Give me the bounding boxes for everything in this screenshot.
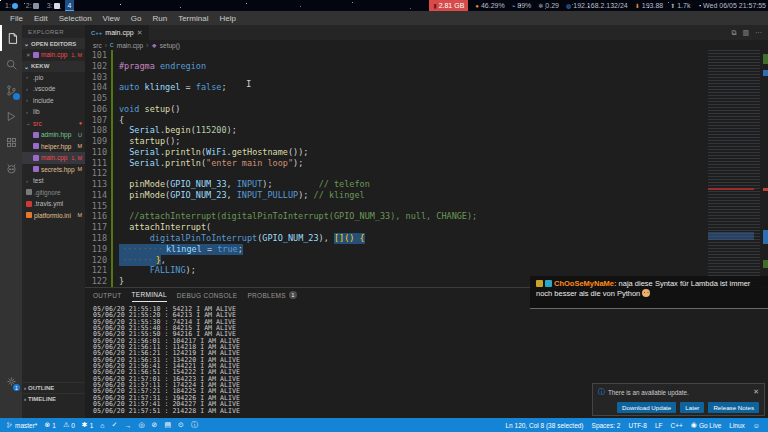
code-line[interactable]: 101 bbox=[85, 50, 768, 61]
code-line[interactable]: 111 Serial.println("enter main loop"); bbox=[85, 158, 768, 169]
status--[interactable]: ⌂ bbox=[100, 422, 104, 429]
workspace-switcher[interactable]: 1:2:3:4 bbox=[0, 0, 74, 11]
breadcrumb[interactable]: src › C main.cpp › ❖ setup() bbox=[85, 40, 768, 50]
code-line[interactable]: 121 FALLING); bbox=[85, 265, 768, 276]
panel-tab-problems[interactable]: PROBLEMS1 bbox=[247, 288, 297, 302]
tree-item--travis-yml[interactable]: .travis.yml bbox=[22, 198, 85, 210]
section-outline[interactable]: ›OUTLINE bbox=[22, 382, 85, 393]
status-spaces-2[interactable]: Spaces: 2 bbox=[592, 422, 621, 429]
code-line[interactable]: 108 Serial.begin(115200); bbox=[85, 125, 768, 136]
code-line[interactable]: 107{ bbox=[85, 115, 768, 126]
workspace-item[interactable]: 1: bbox=[2, 0, 21, 11]
tree-item-src[interactable]: ⌄src● bbox=[22, 118, 85, 130]
close-icon[interactable]: ✕ bbox=[26, 52, 31, 58]
breadcrumb-symbol[interactable]: setup() bbox=[160, 42, 180, 49]
tree-item-platformio-ini[interactable]: platformio.iniM bbox=[22, 210, 85, 222]
menu-item-file[interactable]: File bbox=[5, 14, 28, 23]
status-ln-120-col-8-38-selected-[interactable]: Ln 120, Col 8 (38 selected) bbox=[505, 422, 583, 429]
workspace-item[interactable]: 3: bbox=[44, 0, 63, 11]
menu-item-help[interactable]: Help bbox=[214, 14, 240, 23]
tree-item-main-cpp[interactable]: main.cpp1, M bbox=[22, 152, 85, 164]
status-linux[interactable]: Linux bbox=[729, 422, 745, 429]
code-line[interactable]: 117 attachInterrupt( bbox=[85, 222, 768, 233]
platformio-icon[interactable] bbox=[0, 155, 22, 181]
status--[interactable]: ▤ bbox=[164, 421, 171, 429]
source-control-icon[interactable] bbox=[0, 77, 22, 103]
status--[interactable]: ◎ bbox=[138, 421, 144, 429]
panel-tab-debug-console[interactable]: DEBUG CONSOLE bbox=[177, 288, 238, 302]
status-1[interactable]: ⊗1 bbox=[44, 421, 56, 429]
tree-item--pio[interactable]: ›.pio bbox=[22, 72, 85, 84]
status--[interactable]: ✓ bbox=[112, 421, 118, 429]
status-master-[interactable]: master* bbox=[6, 421, 37, 429]
extensions-icon[interactable] bbox=[0, 129, 22, 155]
open-editors-header[interactable]: ⌄OPEN EDITORS bbox=[22, 38, 85, 49]
tree-item-secrets-hpp[interactable]: secrets.hppM bbox=[22, 164, 85, 176]
menu-item-view[interactable]: View bbox=[98, 14, 125, 23]
menu-item-edit[interactable]: Edit bbox=[29, 14, 53, 23]
tree-item-helper-hpp[interactable]: helper.hppM bbox=[22, 141, 85, 153]
code-line[interactable]: 105 bbox=[85, 93, 768, 104]
tree-item-test[interactable]: ›test bbox=[22, 175, 85, 187]
status-utf-8[interactable]: UTF-8 bbox=[628, 422, 646, 429]
workspace-item[interactable]: 4 bbox=[65, 0, 75, 11]
search-icon[interactable] bbox=[0, 51, 22, 77]
status--[interactable]: ⓘ bbox=[191, 420, 198, 430]
menu-item-selection[interactable]: Selection bbox=[54, 14, 97, 23]
status--[interactable]: ⊘ bbox=[152, 421, 158, 429]
status-icon: ▤ bbox=[164, 421, 171, 429]
status-0[interactable]: ⚠0 bbox=[63, 421, 75, 429]
code-line[interactable]: 115 bbox=[85, 201, 768, 212]
explorer-icon[interactable] bbox=[0, 25, 22, 51]
code-line[interactable]: 102#pragma endregion bbox=[85, 61, 768, 72]
later-button[interactable]: Later bbox=[680, 402, 704, 413]
tab-close-icon[interactable]: ✕ bbox=[137, 29, 143, 37]
tree-item-admin-hpp[interactable]: admin.hppU bbox=[22, 129, 85, 141]
more-actions-icon[interactable]: ··· bbox=[755, 29, 762, 37]
tab-main-cpp[interactable]: C++ main.cpp ✕ bbox=[85, 25, 149, 40]
status--[interactable]: ⊙ bbox=[178, 421, 184, 429]
code-line[interactable]: 110 Serial.println(WiFi.getHostname()); bbox=[85, 147, 768, 158]
menu-item-go[interactable]: Go bbox=[126, 14, 147, 23]
release-notes-button[interactable]: Release Notes bbox=[708, 402, 759, 413]
breadcrumb-file[interactable]: main.cpp bbox=[117, 42, 143, 49]
split-editor-icon[interactable]: ⧉ bbox=[731, 29, 736, 37]
download-update-button[interactable]: Download Update bbox=[617, 402, 676, 413]
minimap[interactable] bbox=[708, 50, 760, 287]
code-line[interactable]: 109 startup(); bbox=[85, 136, 768, 147]
code-line[interactable]: 113 pinMode(GPIO_NUM_33, INPUT); // tele… bbox=[85, 179, 768, 190]
tree-item-include[interactable]: ›include bbox=[22, 95, 85, 107]
panel-tab-terminal[interactable]: TERMINAL bbox=[132, 288, 167, 302]
tree-item-lib[interactable]: ›lib bbox=[22, 106, 85, 118]
code-line[interactable]: 112 bbox=[85, 168, 768, 179]
menu-item-terminal[interactable]: Terminal bbox=[173, 14, 213, 23]
tree-item--vscode[interactable]: ›.vscode bbox=[22, 83, 85, 95]
code-line[interactable]: 104auto klingel = false; bbox=[85, 82, 768, 93]
tree-item--gitignore[interactable]: .gitignore bbox=[22, 187, 85, 199]
status--[interactable]: → bbox=[124, 422, 131, 429]
code-line[interactable]: 106void setup() bbox=[85, 104, 768, 115]
status-c++[interactable]: C++ bbox=[670, 422, 682, 429]
open-editor-item[interactable]: ✕main.cpp1, M bbox=[22, 49, 85, 61]
layout-icon[interactable]: ▥ bbox=[742, 29, 749, 37]
run-debug-icon[interactable] bbox=[0, 103, 22, 129]
code-line[interactable]: 118 digitalPinToInterrupt(GPIO_NUM_23), … bbox=[85, 233, 768, 244]
code-line[interactable]: 114 pinMode(GPIO_NUM_23, INPUT_PULLUP); … bbox=[85, 190, 768, 201]
breadcrumb-root[interactable]: src bbox=[93, 42, 102, 49]
settings-gear-icon[interactable]: 1 bbox=[0, 368, 22, 394]
code-line[interactable]: 119········klingel = true; bbox=[85, 244, 768, 255]
status-1[interactable]: ✱1 bbox=[82, 421, 94, 429]
menu-item-run[interactable]: Run bbox=[147, 14, 172, 23]
status-lf[interactable]: LF bbox=[655, 422, 663, 429]
workspace-item[interactable]: 2: bbox=[23, 0, 42, 11]
code-line[interactable]: 116 //attachInterrupt(digitalPinToInterr… bbox=[85, 211, 768, 222]
panel-tab-output[interactable]: OUTPUT bbox=[93, 288, 122, 302]
status-go-live[interactable]: ◉Go Live bbox=[691, 421, 722, 429]
section-timeline[interactable]: ›TIMELINE bbox=[22, 393, 85, 404]
status--[interactable]: ☺ bbox=[753, 422, 760, 429]
code-editor[interactable]: 101102#pragma endregion103104auto klinge… bbox=[85, 50, 768, 287]
workspace-header[interactable]: ⌄KEKW bbox=[22, 61, 85, 72]
notification-close-icon[interactable]: ✕ bbox=[753, 388, 759, 396]
code-line[interactable]: 120······}, bbox=[85, 255, 768, 266]
code-line[interactable]: 103 bbox=[85, 72, 768, 83]
